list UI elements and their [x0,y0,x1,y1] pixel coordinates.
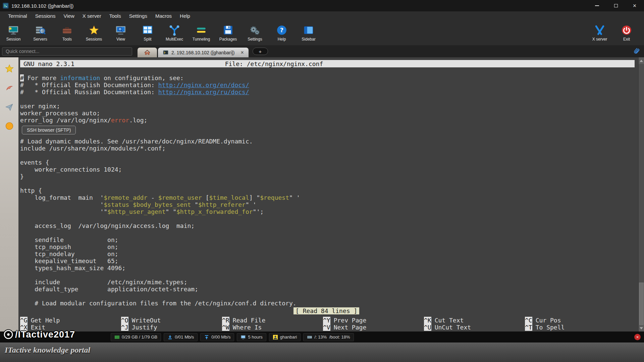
toolbar-servers-button[interactable]: Servers [27,20,54,45]
toolbar-packages-button[interactable]: Packages [215,20,241,45]
minimize-icon [595,5,599,6]
terminal-line: default_type application/octet-stream; [20,286,635,293]
nano-shortcuts-row2: ^XExit^JJustify^WWhere Is^VNext Page^UUn… [20,324,635,331]
tab-close-icon[interactable]: × [240,50,244,56]
nano-shortcuts-row1: ^GGet Help^OWriteOut^RRead File^YPrev Pa… [20,317,635,324]
terminal[interactable]: GNU nano 2.3.1 File: /etc/nginx/nginx.co… [18,57,638,331]
toolbar-sessions-button[interactable]: Sessions [80,20,107,45]
itactive-logo-icon [3,329,14,340]
terminal-line: include /usr/share/nginx/modules/*.conf; [20,145,635,152]
toolbar-button-label: Settings [248,37,262,42]
terminal-line: access_log /var/log/nginx/access.log mai… [20,222,635,229]
shortcut-key: ^C [525,317,532,324]
nano-shortcut-where-is: ^WWhere Is [222,324,323,331]
toolbar-x-server-button[interactable]: X server [586,20,613,45]
toolbar-settings-button[interactable]: Settings [241,20,268,45]
minimize-button[interactable] [588,0,606,11]
home-icon [144,49,151,56]
tab-home[interactable] [138,48,157,57]
toolbar-tools-button[interactable]: Tools [54,20,80,45]
statusbar: /ITactive2017 0/29 GB / 1/79 GB0/01 Mb/s… [0,331,644,343]
nano-shortcuts: ^GGet Help^OWriteOut^RRead File^YPrev Pa… [20,317,635,331]
menu-item-settings[interactable]: Settings [125,12,151,19]
toolbar-split-button[interactable]: Split [134,20,161,45]
shortcut-key: ^U [424,324,431,331]
terminal-line [20,96,635,103]
arrow-up-icon [640,60,643,62]
toolbar-button-label: Help [278,37,286,42]
menu-item-x-server[interactable]: X server [78,12,105,19]
terminal-line: sendfile on; [20,236,635,243]
maximize-icon [614,4,618,7]
toolbar-exit-button[interactable]: Exit [613,20,640,45]
shortcut-key: ^R [222,317,229,324]
titlebar: 192.168.10.102 ([ghanbari]) × [0,0,644,11]
tab-session[interactable]: 2. 192.168.10.102 ([ghanbari]) × [158,48,249,57]
terminal-line [20,272,635,279]
status-text: /: 13% /boot: 18% [314,335,350,340]
terminal-line [20,229,635,236]
remote-icon[interactable] [5,102,14,112]
help-icon: ? [276,24,287,36]
terminal-scrollbar[interactable] [638,57,644,331]
scrollbar-thumb[interactable] [639,283,644,325]
toolbar-button-label: Tools [62,37,72,42]
terminal-line [20,131,635,138]
toolbar-button-label: X server [592,37,607,42]
menu-item-macros[interactable]: Macros [151,12,176,19]
macros-icon[interactable] [5,83,14,93]
nano-shortcut-writeout: ^OWriteOut [121,317,222,324]
menu-item-view[interactable]: View [60,12,78,19]
toolbar-button-label: Exit [623,37,630,42]
ssh-browser-button[interactable]: SSH browser (SFTP) [22,126,76,134]
toolbar-right: X serverExit [586,20,640,45]
status-text: 0/01 Mb/s [175,335,194,340]
status-text: 0/29 GB / 1/79 GB [122,335,157,340]
shortcut-key: ^G [20,317,28,324]
terminal-line [20,152,635,159]
status-memory-usage: 0/29 GB / 1/79 GB [111,333,161,341]
toolbar-session-button[interactable]: Session [0,20,27,45]
toolbar-button-label: Sidebar [302,37,315,42]
menu-item-tools[interactable]: Tools [105,12,125,19]
terminal-line: tcp_nodelay on; [20,250,635,257]
close-button[interactable]: × [625,0,644,11]
shortcut-label: UnCut Text [435,324,471,331]
toolbar-multiexec-button[interactable]: MultiExec [161,20,188,45]
sftp-icon[interactable] [5,121,14,131]
scroll-up-arrow[interactable] [639,57,644,64]
terminal-line: # * Official English Documentation: http… [20,81,635,88]
main-area: GNU nano 2.3.1 File: /etc/nginx/nginx.co… [0,57,644,331]
scroll-down-arrow[interactable] [639,325,644,331]
menu-item-terminal[interactable]: Terminal [4,12,31,19]
maximize-button[interactable] [606,0,625,11]
terminal-line: # Load dynamic modules. See /usr/share/d… [20,138,635,145]
toolbar-tunneling-button[interactable]: Tunneling [188,20,215,45]
nano-shortcut-uncut-text: ^UUnCut Text [424,324,525,331]
quick-connect-input[interactable] [2,47,132,56]
menu-item-help[interactable]: Help [176,12,194,19]
toolbar-view-button[interactable]: View [107,20,134,45]
toolbar-sidebar-button[interactable]: Sidebar [295,20,322,45]
shortcut-key: ^O [121,317,128,324]
disk-icon [307,335,312,340]
tunneling-icon [196,24,207,36]
toolbar-help-button[interactable]: ?Help [268,20,295,45]
menu-item-sessions[interactable]: Sessions [31,12,60,19]
session-icon [8,24,19,36]
arrow-down-icon [640,327,643,329]
upload-icon [204,335,209,340]
status-download-speed: 0/01 Mb/s [164,333,198,341]
terminal-line: } [20,173,635,180]
sessions-star-icon[interactable] [5,64,14,73]
terminal-line [20,215,635,222]
close-icon: × [633,3,637,9]
new-tab-button[interactable]: + [253,48,268,55]
statusbar-close-button[interactable]: × [634,334,641,340]
multiexec-icon [169,24,180,36]
paperclip-icon[interactable] [632,47,641,56]
nano-shortcut-cur-pos: ^CCur Pos [525,317,626,324]
terminal-line: http { [20,187,635,194]
shortcut-label: Prev Page [334,317,367,324]
servers-icon [35,24,46,36]
